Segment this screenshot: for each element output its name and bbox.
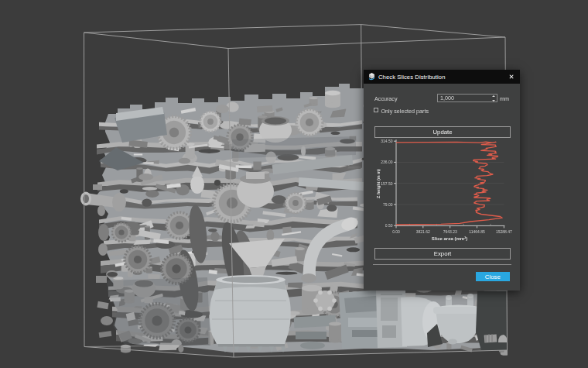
svg-text:7643.23: 7643.23	[443, 229, 456, 234]
svg-text:Z height (m m): Z height (m m)	[376, 169, 381, 198]
svg-text:3821.62: 3821.62	[415, 229, 429, 234]
svg-text:11464.85: 11464.85	[469, 229, 485, 234]
svg-text:15288.47: 15288.47	[495, 229, 511, 234]
svg-text:79.00: 79.00	[382, 202, 392, 207]
svg-text:157.50: 157.50	[381, 181, 393, 186]
svg-text:Slice area (mm²): Slice area (mm²)	[431, 236, 467, 241]
svg-text:236.00: 236.00	[381, 160, 393, 164]
svg-text:0.00: 0.00	[392, 229, 400, 234]
svg-text:314.50: 314.50	[381, 139, 393, 143]
svg-text:0.50: 0.50	[385, 223, 392, 228]
